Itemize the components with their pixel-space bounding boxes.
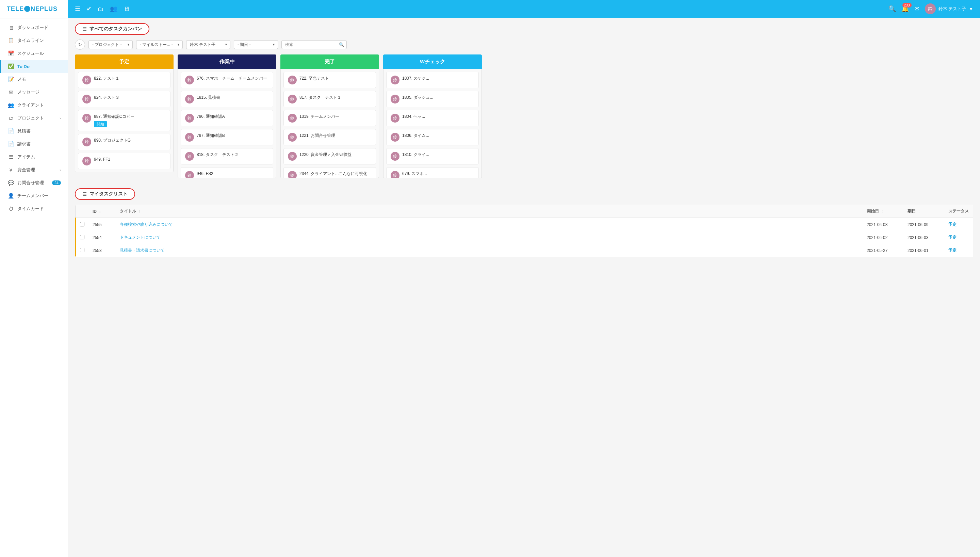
sidebar-item-invoice[interactable]: 📄 請求書 bbox=[0, 138, 68, 150]
project-filter[interactable]: - プロジェクト - bbox=[88, 40, 133, 49]
row-checkbox[interactable] bbox=[80, 248, 84, 252]
sidebar-item-memo[interactable]: 📝 メモ bbox=[0, 73, 68, 86]
col-start-date[interactable]: 開始日 ↕ bbox=[863, 205, 904, 218]
kanban-card[interactable]: 鈴 1319. チームメンバー bbox=[284, 110, 376, 126]
sidebar-item-dashboard[interactable]: 🖥 ダッシュボード bbox=[0, 21, 68, 34]
col-id[interactable]: ID ↕ bbox=[88, 205, 116, 218]
sidebar-item-items[interactable]: ☰ アイテム bbox=[0, 150, 68, 163]
sidebar-item-todo[interactable]: ✅ To Do bbox=[0, 60, 68, 73]
nav-label-timecard: タイムカード bbox=[17, 206, 44, 212]
kanban-card[interactable]: 鈴 946. FS2 bbox=[181, 167, 273, 178]
kanban-card[interactable]: 鈴 1806. タイム... bbox=[386, 129, 479, 145]
team-icon[interactable]: 👥 bbox=[110, 5, 117, 13]
card-title: 1805. ダッシュ... bbox=[402, 94, 474, 101]
task-table-head: ID ↕ タイトル ↕ 開始日 ↕ 期日 ↕ ステータス bbox=[76, 205, 973, 218]
card-avatar: 鈴 bbox=[82, 76, 91, 85]
card-title: 797. 通知確認B bbox=[197, 133, 269, 138]
kanban-card[interactable]: 鈴 722. 至急テスト bbox=[284, 72, 376, 88]
card-content: 1806. タイム... bbox=[402, 133, 474, 138]
card-title: 949. FF1 bbox=[94, 156, 166, 163]
card-content: 1810. クライ... bbox=[402, 152, 474, 158]
date-filter[interactable]: - 期日 - bbox=[234, 40, 278, 49]
task-icon[interactable]: ✔ bbox=[86, 5, 91, 13]
kanban-card[interactable]: 鈴 797. 通知確認B bbox=[181, 129, 273, 145]
kanban-card[interactable]: 鈴 1804. ヘッ... bbox=[386, 110, 479, 126]
nav-label-invoice: 請求書 bbox=[17, 141, 31, 147]
avatar: 鈴 bbox=[925, 3, 936, 14]
kanban-column-wcheck: Wチェック 鈴 1807. スケジ... 鈴 1805. ダッシュ... 鈴 1… bbox=[383, 54, 482, 178]
row-checkbox[interactable] bbox=[80, 222, 84, 226]
project-filter-wrap: - プロジェクト - bbox=[88, 40, 133, 49]
topnav-right: 🔍 🔔 233 ✉ 鈴 鈴木 テスト子 ▼ bbox=[889, 3, 974, 14]
nav-icon-todo: ✅ bbox=[8, 64, 14, 70]
mytask-header-icon: ☰ bbox=[82, 191, 87, 197]
row-status: 予定 bbox=[944, 231, 973, 244]
kanban-card[interactable]: 鈴 2344. クライアント...こんなに可視化 bbox=[284, 167, 376, 178]
kanban-card[interactable]: 鈴 796. 通知確認A bbox=[181, 110, 273, 126]
sidebar-item-estimate[interactable]: 📄 見積書 bbox=[0, 125, 68, 138]
kanban-card[interactable]: 鈴 1815. 見積書 bbox=[181, 91, 273, 107]
col-due-date[interactable]: 期日 ↕ bbox=[904, 205, 944, 218]
card-content: 2344. クライアント...こんなに可視化 bbox=[299, 171, 372, 177]
kanban-card[interactable]: 鈴 676. スマホ チーム チームメンバー bbox=[181, 72, 273, 88]
kanban-card[interactable]: 鈴 1221. お問合せ管理 bbox=[284, 129, 376, 145]
kanban-card[interactable]: 鈴 824. テスト３ bbox=[78, 91, 170, 107]
card-avatar: 鈴 bbox=[185, 133, 194, 142]
milestone-filter[interactable]: - マイルストー... - bbox=[136, 40, 183, 49]
col-title[interactable]: タイトル ↕ bbox=[116, 205, 863, 218]
kanban-column-header-kanryo: 完了 bbox=[281, 54, 379, 69]
kanban-card[interactable]: 鈴 887. 通知確認Cコピー 開始 bbox=[78, 110, 170, 131]
card-title: 887. 通知確認Cコピー bbox=[94, 114, 166, 119]
row-due-date: 2021-06-09 bbox=[904, 218, 944, 231]
kanban-card[interactable]: 鈴 818. タスク テスト２ bbox=[181, 148, 273, 164]
col-status: ステータス bbox=[944, 205, 973, 218]
sidebar: TELENEPLUS 🖥 ダッシュボード 📋 タイムライン 📅 スケジュール ✅… bbox=[0, 0, 68, 557]
kanban-card[interactable]: 鈴 1810. クライ... bbox=[386, 148, 479, 164]
kanban-card[interactable]: 鈴 949. FF1 bbox=[78, 153, 170, 169]
kanban-column-body-yotei: 鈴 822. テスト１ 鈴 824. テスト３ 鈴 887. 通知確認Cコピー … bbox=[75, 69, 174, 172]
sidebar-item-inquiry[interactable]: 💬 お問合せ管理 24 bbox=[0, 176, 68, 189]
sidebar-item-finance[interactable]: ¥ 資金管理 › bbox=[0, 163, 68, 176]
kanban-card[interactable]: 鈴 817. タスク テスト１ bbox=[284, 91, 376, 107]
nav-icon-client: 👥 bbox=[8, 102, 14, 108]
card-avatar: 鈴 bbox=[185, 152, 194, 161]
monitor-icon[interactable]: 🖥 bbox=[123, 5, 130, 13]
sidebar-item-project[interactable]: 🗂 プロジェクト › bbox=[0, 112, 68, 125]
kanban-card[interactable]: 鈴 890. プロジェクトG bbox=[78, 134, 170, 150]
search-input[interactable] bbox=[281, 40, 347, 49]
sidebar-item-schedule[interactable]: 📅 スケジュール bbox=[0, 47, 68, 60]
card-title: 1221. お問合せ管理 bbox=[299, 133, 372, 138]
row-title[interactable]: 各種検索や絞り込みについて bbox=[116, 218, 863, 231]
sidebar-item-team[interactable]: 👤 チームメンバー bbox=[0, 189, 68, 202]
row-title[interactable]: ドキュメントについて bbox=[116, 231, 863, 244]
folder-icon[interactable]: 🗂 bbox=[98, 5, 104, 13]
sidebar-item-timeline[interactable]: 📋 タイムライン bbox=[0, 34, 68, 47]
kanban-card[interactable]: 鈴 1805. ダッシュ... bbox=[386, 91, 479, 107]
nav-icon-items: ☰ bbox=[8, 154, 14, 160]
notification-bell[interactable]: 🔔 233 bbox=[901, 5, 909, 13]
hamburger-icon[interactable]: ☰ bbox=[75, 5, 80, 13]
row-checkbox[interactable] bbox=[80, 235, 84, 239]
search-icon[interactable]: 🔍 bbox=[889, 5, 896, 13]
kanban-card[interactable]: 鈴 822. テスト１ bbox=[78, 72, 170, 88]
card-content: 822. テスト１ bbox=[94, 76, 166, 81]
user-menu[interactable]: 鈴 鈴木 テスト子 ▼ bbox=[925, 3, 974, 14]
card-content: 1804. ヘッ... bbox=[402, 114, 474, 119]
card-title: 946. FS2 bbox=[197, 171, 269, 177]
row-title[interactable]: 見積書・請求書について bbox=[116, 244, 863, 257]
kanban-card[interactable]: 鈴 1220. 資金管理＞入金vs収益 bbox=[284, 148, 376, 164]
sidebar-item-client[interactable]: 👥 クライアント bbox=[0, 99, 68, 112]
card-avatar: 鈴 bbox=[82, 138, 91, 147]
card-content: 890. プロジェクトG bbox=[94, 138, 166, 143]
refresh-button[interactable]: ↻ bbox=[75, 39, 85, 50]
kanban-card[interactable]: 鈴 679. スマホ... bbox=[386, 167, 479, 178]
sidebar-item-message[interactable]: ✉ メッセージ bbox=[0, 86, 68, 99]
task-table: ID ↕ タイトル ↕ 開始日 ↕ 期日 ↕ ステータス 2555 各種検索や絞… bbox=[75, 205, 973, 257]
kanban-card[interactable]: 鈴 1807. スケジ... bbox=[386, 72, 479, 88]
sidebar-item-timecard[interactable]: ⏱ タイムカード bbox=[0, 202, 68, 215]
top-navbar: ☰ ✔ 🗂 👥 🖥 🔍 🔔 233 ✉ 鈴 鈴木 テスト子 ▼ bbox=[68, 0, 980, 18]
card-title: 1807. スケジ... bbox=[402, 76, 474, 81]
mail-icon[interactable]: ✉ bbox=[914, 5, 920, 13]
user-filter[interactable]: 鈴木 テスト子 bbox=[186, 40, 230, 49]
row-start-date: 2021-06-08 bbox=[863, 218, 904, 231]
